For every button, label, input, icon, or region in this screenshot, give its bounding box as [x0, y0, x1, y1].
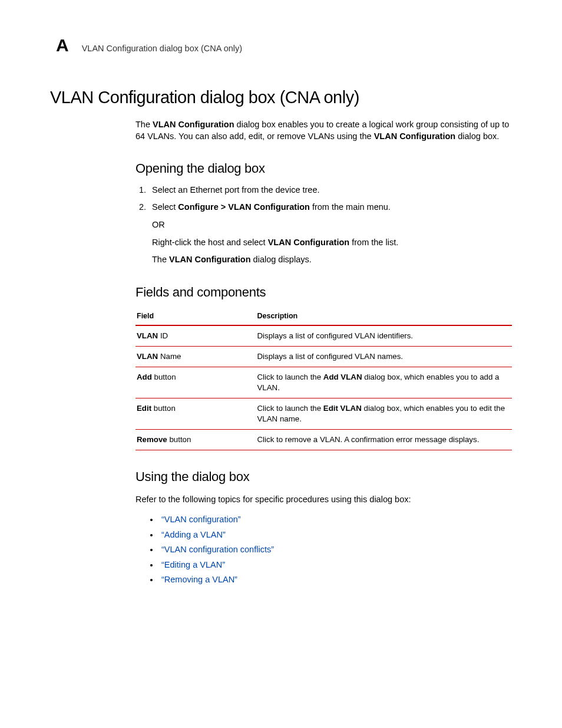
page-title: VLAN Configuration dialog box (CNA only) — [50, 88, 512, 107]
body: The VLAN Configuration dialog box enable… — [135, 119, 512, 586]
step-1: Select an Ethernet port from the device … — [148, 185, 512, 196]
fields-table: Field Description VLAN ID Displays a lis… — [135, 308, 512, 450]
using-heading: Using the dialog box — [135, 468, 512, 486]
running-header: A VLAN Configuration dialog box (CNA onl… — [56, 35, 512, 55]
table-row: Edit button Click to launch the Edit VLA… — [135, 398, 512, 429]
fields-heading: Fields and components — [135, 284, 512, 301]
list-item: “VLAN configuration conflicts” — [159, 544, 512, 556]
table-header-row: Field Description — [135, 308, 512, 325]
appendix-letter: A — [56, 35, 69, 55]
table-row: Remove button Click to remove a VLAN. A … — [135, 429, 512, 450]
link-editing-vlan[interactable]: “Editing a VLAN” — [161, 560, 225, 569]
page: A VLAN Configuration dialog box (CNA onl… — [0, 0, 562, 728]
intro-paragraph: The VLAN Configuration dialog box enable… — [135, 119, 512, 142]
list-item: “Editing a VLAN” — [159, 559, 512, 571]
using-intro: Refer to the following topics for specif… — [135, 494, 512, 506]
step-2-or: OR — [152, 219, 512, 231]
step-2-result: The VLAN Configuration dialog displays. — [152, 254, 512, 266]
list-item: “Removing a VLAN” — [159, 574, 512, 586]
opening-steps: Select an Ethernet port from the device … — [135, 185, 512, 266]
table-row: VLAN ID Displays a list of configured VL… — [135, 325, 512, 346]
link-adding-vlan[interactable]: “Adding a VLAN” — [161, 530, 226, 539]
list-item: “Adding a VLAN” — [159, 529, 512, 541]
table-row: VLAN Name Displays a list of configured … — [135, 347, 512, 367]
topic-links: “VLAN configuration” “Adding a VLAN” “VL… — [135, 514, 512, 586]
link-vlan-configuration[interactable]: “VLAN configuration” — [161, 515, 241, 524]
link-removing-vlan[interactable]: “Removing a VLAN” — [161, 575, 237, 584]
table-row: Add button Click to launch the Add VLAN … — [135, 367, 512, 398]
opening-heading: Opening the dialog box — [135, 160, 512, 177]
col-description: Description — [256, 308, 512, 325]
step-2: Select Configure > VLAN Configuration fr… — [148, 202, 512, 265]
link-vlan-conflicts[interactable]: “VLAN configuration conflicts” — [161, 545, 274, 554]
col-field: Field — [135, 308, 256, 325]
step-2-alt: Right-click the host and select VLAN Con… — [152, 237, 512, 249]
fields-tbody: VLAN ID Displays a list of configured VL… — [135, 325, 512, 450]
running-head-text: VLAN Configuration dialog box (CNA only) — [82, 44, 242, 53]
list-item: “VLAN configuration” — [159, 514, 512, 526]
